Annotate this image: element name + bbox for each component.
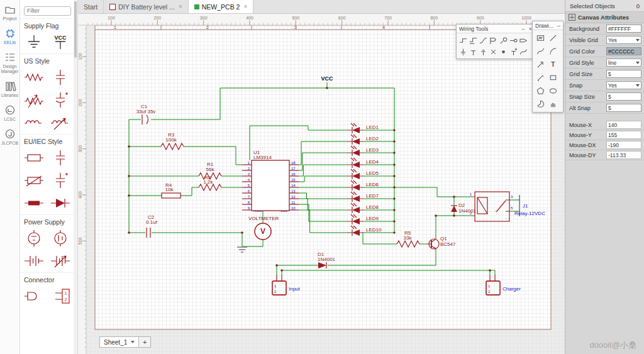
sheet-tab[interactable]: Sheet_1 [99, 336, 139, 348]
tab-label: DIY Battery level ... [118, 3, 175, 11]
library-symbol-us-resistor[interactable] [21, 66, 47, 89]
net-flag-vcc[interactable]: VCC [321, 75, 333, 82]
canvas-attributes-panel: Selected Objects 0 Canvas Attributes Bac… [565, 0, 644, 354]
minimize-icon[interactable]: – [557, 23, 560, 29]
attribute-label: Grid Color [569, 48, 595, 55]
wiring-tool-bus[interactable] [468, 35, 478, 46]
library-symbol-eu-thermistor[interactable] [21, 192, 47, 214]
library-symbol-battery-2[interactable] [47, 250, 74, 272]
alt-snap-input[interactable] [606, 104, 641, 112]
wiring-tool-pin[interactable] [508, 35, 518, 46]
d2-value: 1N4001 [458, 208, 477, 214]
nav-item-design-manager[interactable]: Design Manager [0, 51, 19, 74]
scrollbar-thumb[interactable] [74, 1, 77, 58]
canvas-attributes-header: Canvas Attributes [565, 12, 644, 23]
drawing-tool-pie[interactable] [534, 97, 547, 111]
drawing-tool-ellipse[interactable] [547, 84, 559, 97]
wiring-tool-no-connect[interactable] [488, 46, 498, 57]
drawing-tool-arrow[interactable] [534, 58, 547, 71]
mouse-label: Mouse-X [569, 122, 592, 128]
library-symbol-dc-source[interactable] [21, 227, 47, 250]
library-symbol-eu-resistor[interactable] [21, 147, 47, 169]
library-symbol-eu-diode[interactable] [47, 192, 74, 214]
wiring-tool-net-flag[interactable] [478, 46, 488, 57]
nav-item-label: LCSC [0, 117, 19, 122]
tab-start[interactable]: Start [78, 0, 104, 13]
grid-size-input[interactable] [606, 70, 641, 78]
schematic-canvas[interactable]: 12345 1002003004005006007008009001000100… [78, 14, 565, 354]
library-symbol-us-variable-inductor[interactable] [47, 111, 74, 134]
nav-item-project[interactable]: Project [0, 3, 19, 21]
ruler-number: 600 [338, 16, 346, 20]
library-symbol-us-polar-capacitor[interactable] [47, 89, 74, 111]
tab-new-pcb-2[interactable]: NEW_PCB 2× [189, 0, 254, 13]
schematic-sheet[interactable]: 12345 1002003004005006007008009001000100… [78, 14, 565, 354]
add-sheet-button[interactable]: + [139, 336, 151, 348]
library-symbol-vcc-flag[interactable]: VCC [47, 31, 74, 53]
library-symbol-plug-connector[interactable] [21, 285, 47, 307]
background-input[interactable] [606, 25, 641, 33]
easyeda-app: ProjectEELibDesign ManagerLibrariesLCSCJ… [0, 0, 644, 354]
select-value: line [608, 60, 616, 66]
library-symbol-us-capacitor[interactable] [47, 66, 74, 89]
library-symbol-eu-polar-capacitor[interactable] [47, 169, 74, 192]
visible-grid-select[interactable]: Yes [606, 36, 641, 44]
library-symbol-us-inductor[interactable] [21, 111, 47, 134]
frame-zone-number: 3 [294, 25, 297, 30]
led-label: LED2 [366, 136, 379, 141]
snap-select[interactable]: Yes [606, 81, 641, 89]
chevron-down-icon[interactable] [131, 341, 135, 343]
library-symbol-pin-header-2p[interactable]: 12 [47, 285, 74, 307]
tab-diy-battery-level-[interactable]: DIY Battery level ...× [104, 0, 189, 13]
select-value: Yes [608, 82, 617, 89]
library-symbol-eu-resistor-2[interactable] [21, 169, 47, 192]
snap-size-input[interactable] [606, 92, 641, 101]
section-title: Power Supply [20, 214, 77, 227]
library-symbol-battery[interactable] [21, 250, 47, 272]
wiring-tool-net-port[interactable] [518, 35, 528, 46]
grid-color-input[interactable]: #CCCCCC [606, 47, 641, 55]
tab-close-icon[interactable]: × [179, 4, 182, 10]
drawing-tool-rect[interactable] [547, 71, 559, 84]
wiring-tool-net-label[interactable] [488, 35, 498, 46]
library-symbol-ground-flag[interactable] [21, 31, 47, 53]
nav-item-lcsc[interactable]: LCSC [0, 104, 19, 122]
drawing-tool-image[interactable] [534, 31, 547, 45]
wiring-tools-title: Wiring Tools [459, 26, 488, 32]
drawing-tool-arc[interactable] [547, 45, 559, 58]
wiring-tool-junction[interactable] [498, 46, 508, 57]
filter-input[interactable] [24, 6, 71, 16]
tab-close-icon[interactable]: × [243, 4, 247, 10]
drawing-tool-bezier[interactable] [534, 45, 547, 58]
vcc-symbol-text: VCC [54, 35, 67, 41]
library-symbol-dc-source-2[interactable] [47, 227, 74, 250]
wiring-tool-free-wire[interactable] [518, 46, 528, 57]
pin-header-pin1: 1 [65, 291, 67, 296]
drawing-tool-pencil[interactable] [534, 71, 547, 84]
nav-item-eelib[interactable]: EELib [0, 27, 19, 45]
ruler-number: 500 [292, 16, 299, 20]
minimize-icon[interactable]: – [521, 26, 525, 32]
drawing-tool-line[interactable] [547, 31, 559, 45]
wiring-tool-plus-flag[interactable] [508, 46, 518, 57]
sidebar-scrollbar[interactable] [74, 0, 77, 354]
attribute-label: Alt Snap [569, 105, 591, 111]
library-symbol-us-photoresistor[interactable] [21, 89, 47, 111]
grid-style-select[interactable]: line [606, 58, 641, 67]
library-symbol-eu-capacitor[interactable] [47, 147, 74, 169]
drawing-tool-polygon[interactable] [534, 84, 547, 97]
wiring-tool-bus-entry[interactable] [478, 35, 488, 46]
nav-item-jlcpcb[interactable]: JLCPCB [0, 128, 19, 146]
wiring-tool-wire[interactable] [458, 35, 468, 46]
drawing-tools-titlebar[interactable]: Drawi... – [533, 21, 563, 30]
wiring-tools-titlebar[interactable]: Wiring Tools – × [457, 25, 535, 33]
wiring-tool-voltage-probe[interactable] [498, 35, 508, 46]
selected-objects-row: Selected Objects 0 [565, 0, 644, 12]
drawing-tool-drag[interactable] [547, 97, 559, 111]
drawing-tool-text[interactable]: T [547, 58, 559, 71]
wiring-tool-vcc-flag[interactable] [468, 46, 478, 57]
nav-item-libraries[interactable]: Libraries [0, 80, 19, 98]
wiring-tool-ground-flag[interactable] [458, 46, 468, 57]
lcsc-icon [0, 104, 19, 116]
mouse-coordinate-rows: Mouse-X140Mouse-Y155Mouse-DX-190Mouse-DY… [565, 120, 644, 160]
